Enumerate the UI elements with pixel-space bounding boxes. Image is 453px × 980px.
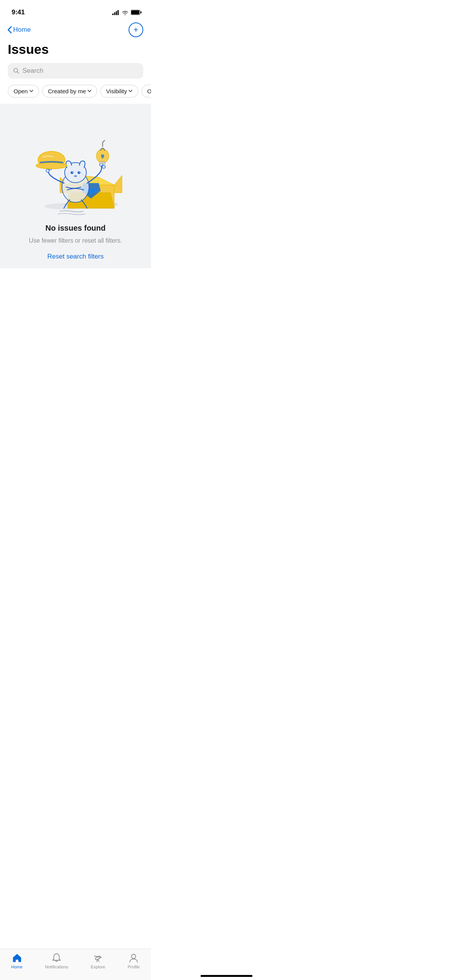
signal-icon	[112, 10, 119, 15]
reset-filters-button[interactable]: Reset search filters	[47, 253, 104, 260]
svg-point-26	[74, 175, 77, 177]
svg-rect-1	[114, 12, 115, 15]
illustration	[21, 115, 130, 216]
filter-organization[interactable]: Organizati...	[141, 85, 151, 98]
filter-open[interactable]: Open	[8, 85, 39, 98]
filter-visibility[interactable]: Visibility	[100, 85, 138, 98]
svg-point-25	[79, 172, 80, 173]
chevron-down-icon-2	[88, 90, 91, 93]
empty-title: No issues found	[45, 224, 106, 233]
add-icon: +	[134, 25, 139, 35]
svg-point-31	[102, 165, 105, 168]
battery-icon	[131, 10, 142, 15]
svg-point-28	[46, 169, 49, 172]
svg-point-24	[72, 172, 73, 173]
search-placeholder: Search	[22, 67, 43, 75]
status-bar: 9:41	[0, 0, 151, 19]
add-button[interactable]: +	[129, 22, 143, 37]
svg-rect-2	[116, 11, 117, 15]
empty-state: No issues found Use fewer filters or res…	[0, 104, 151, 268]
nav-bar: Home +	[0, 19, 151, 40]
svg-rect-36	[100, 162, 105, 164]
svg-point-34	[36, 163, 67, 169]
filter-row: Open Created by me Visibility Organizati…	[0, 85, 151, 98]
chevron-left-icon	[8, 26, 12, 33]
status-icons	[112, 10, 142, 15]
back-label: Home	[13, 26, 31, 34]
svg-marker-13	[114, 175, 122, 193]
empty-subtitle: Use fewer filters or reset all filters.	[29, 236, 122, 245]
svg-rect-6	[141, 12, 142, 14]
svg-point-22	[71, 171, 74, 174]
svg-rect-0	[112, 14, 113, 15]
back-button[interactable]: Home	[8, 26, 31, 34]
page-title: Issues	[0, 40, 151, 63]
search-bar[interactable]: Search	[8, 63, 143, 79]
filter-created-by-me[interactable]: Created by me	[42, 85, 97, 98]
chevron-down-icon-3	[129, 90, 132, 93]
svg-rect-3	[118, 10, 119, 15]
search-icon	[13, 68, 19, 74]
svg-rect-5	[131, 10, 139, 14]
wifi-icon	[122, 10, 129, 15]
svg-point-23	[78, 171, 81, 174]
status-time: 9:41	[12, 9, 25, 16]
chevron-down-icon	[29, 90, 33, 93]
